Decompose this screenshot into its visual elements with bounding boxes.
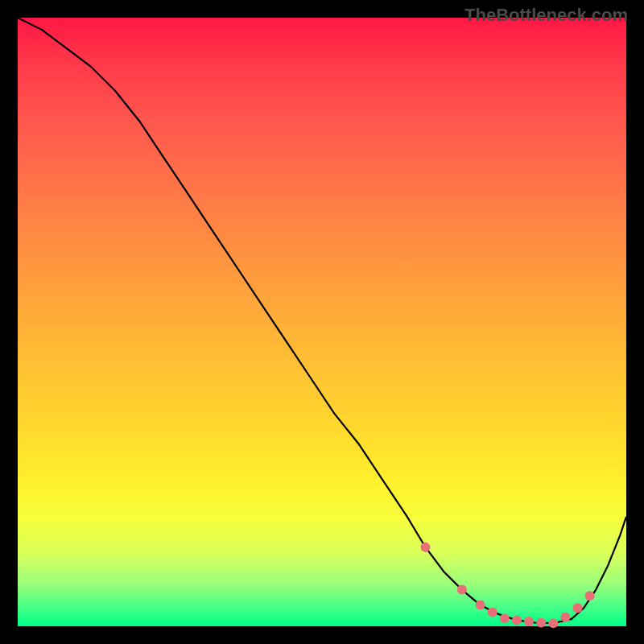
marker-group <box>421 543 595 629</box>
watermark-text: TheBottleneck.com <box>464 5 628 26</box>
data-marker <box>524 617 534 626</box>
data-marker <box>457 585 467 595</box>
data-marker <box>536 618 546 628</box>
chart-plot-area <box>18 18 626 626</box>
data-marker <box>500 613 510 623</box>
data-marker <box>476 601 485 610</box>
bottleneck-curve <box>18 18 626 623</box>
data-marker <box>585 591 595 601</box>
data-marker <box>573 603 583 613</box>
data-marker <box>560 613 570 622</box>
data-marker <box>548 618 558 628</box>
data-marker <box>512 615 522 625</box>
chart-svg <box>18 18 626 626</box>
data-marker <box>421 543 431 552</box>
data-marker <box>488 608 497 617</box>
